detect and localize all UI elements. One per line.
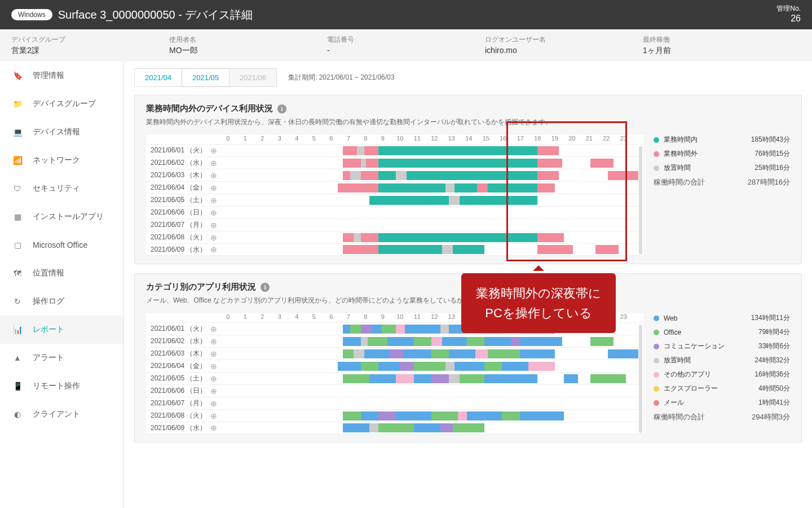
sidebar-item-セキュリティ[interactable]: 🛡セキュリティ xyxy=(0,174,123,203)
segment-over xyxy=(343,159,360,168)
sidebar-item-label: アラート xyxy=(33,353,64,363)
segment-comm xyxy=(378,411,396,421)
info-icon[interactable]: i xyxy=(261,283,270,292)
sidebar-item-label: レポート xyxy=(33,325,64,335)
segment-office xyxy=(343,374,369,383)
segment-other xyxy=(475,349,488,358)
sidebar-item-label: クライアント xyxy=(33,409,80,419)
sidebar-item-label: セキュリティ xyxy=(33,183,80,194)
row-bars xyxy=(219,195,643,205)
segment-over xyxy=(343,171,350,180)
square-icon: ▢ xyxy=(11,239,24,251)
info-icon[interactable]: i xyxy=(277,104,286,113)
sidebar-item-リモート操作[interactable]: 📱リモート操作 xyxy=(0,372,123,400)
legend-name: Web xyxy=(664,314,677,322)
expand-icon[interactable]: ⊕ xyxy=(208,159,219,168)
sidebar-item-クライアント[interactable]: ◐クライアント xyxy=(0,400,123,428)
sidebar-item-アラート[interactable]: ▲アラート xyxy=(0,344,123,372)
expand-icon[interactable]: ⊕ xyxy=(208,196,219,205)
expand-icon[interactable]: ⊕ xyxy=(208,325,219,334)
expand-icon[interactable]: ⊕ xyxy=(208,362,219,371)
sidebar-item-ネットワーク[interactable]: 📶ネットワーク xyxy=(0,146,123,174)
segment-comm xyxy=(440,423,453,432)
tag-icon: 🔖 xyxy=(11,69,24,82)
timeline-row: 2021/06/04 （金）⊕ xyxy=(146,360,643,372)
info-value: - xyxy=(327,46,485,55)
sidebar-item-Microsoft Office[interactable]: ▢Microsoft Office xyxy=(0,231,123,259)
sidebar-item-label: Microsoft Office xyxy=(33,240,87,249)
row-date: 2021/06/09 （水） xyxy=(146,245,208,255)
segment-web xyxy=(520,349,555,358)
sidebar-item-デバイス情報[interactable]: 💻デバイス情報 xyxy=(0,118,123,146)
sidebar-item-操作ログ[interactable]: ↻操作ログ xyxy=(0,287,123,316)
tab-2021/06: 2021/06 xyxy=(229,68,277,87)
info-column: 電話番号- xyxy=(327,35,485,56)
expand-icon[interactable]: ⊕ xyxy=(208,399,219,408)
sidebar-item-レポート[interactable]: 📊レポート xyxy=(0,316,123,344)
sidebar: 🔖管理情報📁デバイスグループ💻デバイス情報📶ネットワーク🛡セキュリティ▦インスト… xyxy=(0,62,124,508)
segment-office xyxy=(488,349,519,358)
segment-web xyxy=(405,325,440,334)
segment-idle xyxy=(445,362,454,371)
legend-item: その他のアプリ16時間36分 xyxy=(654,370,790,379)
segment-office xyxy=(590,337,614,346)
expand-icon[interactable]: ⊕ xyxy=(208,423,219,432)
timeline-row: 2021/06/02 （水）⊕ xyxy=(146,335,643,347)
row-date: 2021/06/03 （木） xyxy=(146,349,208,358)
legend-total: 稼働時間の合計287時間16分 xyxy=(654,177,790,187)
expand-icon[interactable]: ⊕ xyxy=(208,374,219,383)
row-bars xyxy=(219,146,643,156)
sidebar-item-インストールアプリ[interactable]: ▦インストールアプリ xyxy=(0,203,123,231)
segment-web xyxy=(414,423,440,432)
laptop-icon: 💻 xyxy=(11,126,24,138)
expand-icon[interactable]: ⊕ xyxy=(208,387,219,396)
expand-icon[interactable]: ⊕ xyxy=(208,233,219,242)
segment-over xyxy=(608,171,638,180)
info-label: 最終稼働 xyxy=(643,35,801,45)
segment-web xyxy=(608,349,638,358)
expand-icon[interactable]: ⊕ xyxy=(208,146,219,155)
segment-over xyxy=(343,245,378,254)
expand-icon[interactable]: ⊕ xyxy=(208,208,219,217)
timeline-row: 2021/06/08 （火）⊕ xyxy=(146,409,643,422)
expand-icon[interactable]: ⊕ xyxy=(208,337,219,346)
sidebar-item-デバイスグループ[interactable]: 📁デバイスグループ xyxy=(0,90,123,118)
segment-web xyxy=(442,337,467,346)
info-column: 最終稼働1ヶ月前 xyxy=(643,35,801,56)
row-bars xyxy=(219,233,643,243)
info-label: デバイスグループ xyxy=(11,35,169,45)
sidebar-item-管理情報[interactable]: 🔖管理情報 xyxy=(0,62,123,90)
segment-over xyxy=(364,146,378,155)
segment-idle xyxy=(449,374,460,383)
expand-icon[interactable]: ⊕ xyxy=(208,245,219,254)
timeline-row: 2021/06/07 （月）⊕ xyxy=(146,218,643,231)
legend-swatch xyxy=(654,386,659,392)
segment-idle xyxy=(440,325,449,334)
segment-over xyxy=(477,183,488,192)
segment-idle xyxy=(361,159,366,168)
segment-office xyxy=(502,411,519,421)
legend-value: 185時間43分 xyxy=(751,135,790,144)
page-title: Surface 3_0000000050 - デバイス詳細 xyxy=(58,7,777,23)
timeline-row: 2021/06/07 （月）⊕ xyxy=(146,397,643,409)
expand-icon[interactable]: ⊕ xyxy=(208,411,219,421)
row-bars xyxy=(219,398,643,409)
segment-comm xyxy=(389,349,403,358)
expand-icon[interactable]: ⊕ xyxy=(208,183,219,192)
sidebar-item-位置情報[interactable]: 🗺位置情報 xyxy=(0,259,123,287)
legend-2: Web134時間11分Office79時間4分コミュニケーション33時間6分放置… xyxy=(643,313,790,434)
info-label: ログオンユーザー名 xyxy=(485,35,643,45)
tab-2021/04[interactable]: 2021/04 xyxy=(134,68,182,87)
legend-total: 稼働時間の合計294時間3分 xyxy=(654,412,790,422)
segment-over xyxy=(590,159,614,168)
row-date: 2021/06/07 （月） xyxy=(146,220,208,230)
tab-2021/05[interactable]: 2021/05 xyxy=(182,68,230,87)
expand-icon[interactable]: ⊕ xyxy=(208,171,219,180)
expand-icon[interactable]: ⊕ xyxy=(208,349,219,358)
sidebar-item-label: リモート操作 xyxy=(33,381,80,391)
expand-icon[interactable]: ⊕ xyxy=(208,221,219,230)
segment-idle xyxy=(442,245,453,254)
legend-swatch xyxy=(654,358,659,364)
annotation-callout: 業務時間外の深夜帯に PCを操作している xyxy=(461,273,616,333)
folder-icon: 📁 xyxy=(11,98,24,110)
